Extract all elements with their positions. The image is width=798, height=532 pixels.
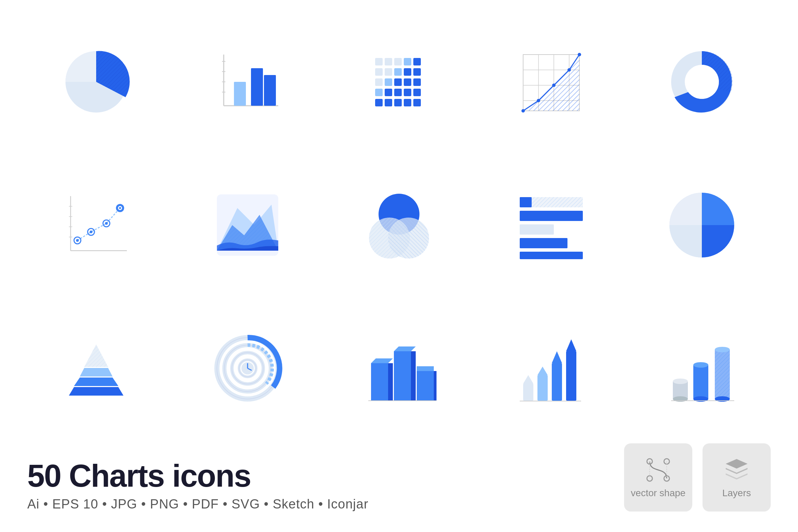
svg-rect-11 xyxy=(375,58,383,65)
svg-rect-17 xyxy=(385,68,392,76)
radar-chart-icon-cell xyxy=(179,307,316,430)
svg-rect-33 xyxy=(413,78,421,86)
page-title: 50 Charts icons xyxy=(27,460,368,491)
bar-chart-icon-cell xyxy=(179,20,316,143)
svg-marker-94 xyxy=(84,344,108,367)
pie-chart-icon xyxy=(59,44,134,119)
layers-badge: Layers xyxy=(703,443,771,512)
svg-rect-85 xyxy=(520,238,567,248)
svg-rect-28 xyxy=(404,78,411,86)
bottom-section: 50 Charts icons Ai • EPS 10 • JPG • PNG … xyxy=(27,443,771,512)
svg-marker-119 xyxy=(537,367,548,375)
cylinder-chart-icon-cell xyxy=(633,307,771,430)
venn-diagram-icon xyxy=(361,188,437,263)
svg-rect-34 xyxy=(413,89,421,96)
donut-chart-icon xyxy=(664,44,739,119)
3d-bar-icon xyxy=(361,331,437,406)
cylinder-chart-icon xyxy=(664,331,739,406)
icons-grid xyxy=(27,20,771,430)
dot-grid-icon-cell xyxy=(330,20,468,143)
svg-rect-32 xyxy=(413,68,421,76)
svg-rect-13 xyxy=(375,78,383,86)
svg-point-46 xyxy=(537,99,540,102)
svg-rect-114 xyxy=(434,371,437,401)
svg-point-48 xyxy=(567,68,571,72)
venn-diagram-icon-cell xyxy=(330,164,468,286)
badges-section: vector shape Layers xyxy=(624,443,771,512)
svg-marker-121 xyxy=(552,351,562,363)
3d-bar-icon-cell xyxy=(330,307,468,430)
area-grid-icon-cell xyxy=(482,20,619,143)
svg-rect-30 xyxy=(404,99,411,106)
pie-chart-icon-cell xyxy=(27,20,165,143)
svg-point-67 xyxy=(119,207,121,209)
svg-marker-143 xyxy=(726,473,748,479)
svg-rect-108 xyxy=(388,363,393,401)
quarter-pie-icon-cell xyxy=(633,164,771,286)
svg-rect-10 xyxy=(264,75,276,106)
svg-point-130 xyxy=(693,362,708,368)
svg-rect-86 xyxy=(520,252,583,259)
svg-rect-14 xyxy=(375,89,383,96)
mountain-chart-icon xyxy=(210,188,285,263)
formats-text: Ai • EPS 10 • JPG • PNG • PDF • SVG • Sk… xyxy=(27,497,368,512)
svg-rect-111 xyxy=(411,351,416,401)
svg-rect-24 xyxy=(394,89,402,96)
svg-rect-22 xyxy=(394,68,402,76)
svg-marker-142 xyxy=(726,468,748,474)
svg-rect-109 xyxy=(394,351,411,401)
svg-rect-116 xyxy=(523,384,533,401)
svg-marker-110 xyxy=(394,346,416,351)
layers-label: Layers xyxy=(722,488,751,499)
vector-shape-icon xyxy=(645,456,672,484)
svg-marker-107 xyxy=(371,358,393,363)
pyramid-chart-icon-cell xyxy=(27,307,165,430)
svg-rect-118 xyxy=(537,375,548,401)
svg-rect-26 xyxy=(404,58,411,65)
svg-marker-113 xyxy=(417,366,434,371)
svg-rect-8 xyxy=(234,82,246,106)
svg-rect-83 xyxy=(520,211,583,221)
svg-rect-122 xyxy=(566,351,576,401)
quarter-pie-icon xyxy=(664,188,739,263)
svg-rect-29 xyxy=(404,89,411,96)
dot-grid-icon xyxy=(361,44,437,119)
main-container: 50 Charts icons Ai • EPS 10 • JPG • PNG … xyxy=(0,0,798,532)
svg-marker-117 xyxy=(523,375,533,384)
svg-marker-44 xyxy=(523,55,579,111)
svg-point-49 xyxy=(578,53,581,56)
area-grid-icon xyxy=(513,44,588,119)
arrow-bar-icon-cell xyxy=(482,307,619,430)
svg-point-45 xyxy=(521,109,525,113)
svg-point-62 xyxy=(90,231,92,233)
mountain-chart-icon-cell xyxy=(179,164,316,286)
donut-chart-icon-cell xyxy=(633,20,771,143)
svg-marker-90 xyxy=(69,387,123,396)
line-chart-icon-cell xyxy=(27,164,165,286)
svg-rect-35 xyxy=(413,99,421,106)
svg-rect-16 xyxy=(385,58,392,65)
svg-rect-18 xyxy=(385,78,392,86)
svg-rect-20 xyxy=(385,99,392,106)
svg-rect-84 xyxy=(520,224,554,235)
line-chart-icon xyxy=(59,188,134,263)
svg-point-79 xyxy=(388,218,429,258)
svg-rect-133 xyxy=(715,350,730,399)
svg-point-127 xyxy=(673,379,688,384)
svg-marker-92 xyxy=(80,368,113,376)
svg-rect-23 xyxy=(394,78,402,86)
svg-rect-25 xyxy=(394,99,402,106)
svg-rect-21 xyxy=(394,58,402,65)
pyramid-chart-icon xyxy=(59,331,134,406)
svg-rect-106 xyxy=(371,363,388,401)
svg-point-52 xyxy=(685,65,719,99)
svg-marker-141 xyxy=(726,459,748,469)
hbar-chart-icon xyxy=(513,188,588,263)
svg-rect-27 xyxy=(404,68,411,76)
hbar-chart-icon-cell xyxy=(482,164,619,286)
svg-point-47 xyxy=(552,84,556,87)
vector-shape-badge: vector shape xyxy=(624,443,692,512)
svg-rect-120 xyxy=(552,363,562,401)
svg-rect-12 xyxy=(375,68,383,76)
svg-rect-129 xyxy=(693,365,708,399)
